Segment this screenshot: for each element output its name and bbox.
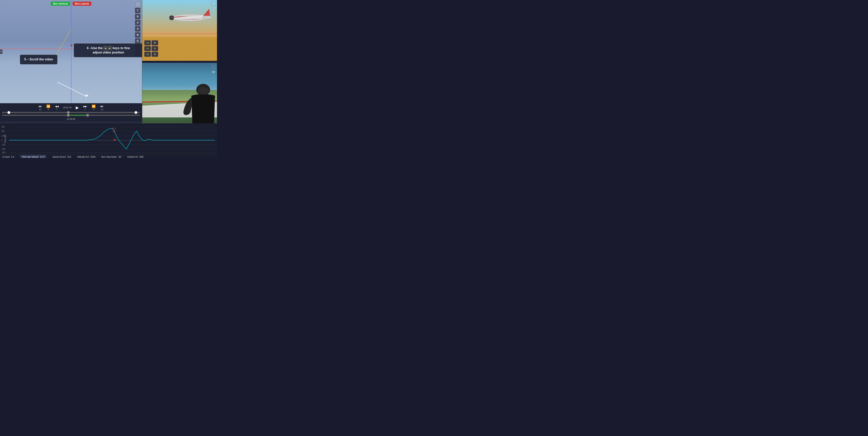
- range-slider-thumb-left[interactable]: [67, 114, 70, 117]
- flight-view: ··· Box Vertical Box Lateral ✈ ⛶ T R X A…: [0, 0, 142, 103]
- neg-x-button[interactable]: X: [152, 40, 158, 46]
- skip-fwd-1-button[interactable]: ▶▶: [83, 105, 87, 108]
- person-silhouette: [180, 84, 215, 123]
- bottom-resize-handle[interactable]: ···: [0, 122, 142, 123]
- altitude-value: 2084: [90, 155, 96, 158]
- y-0-label: 0: [1, 139, 3, 141]
- g-load-value: 0.4: [11, 155, 14, 158]
- b-button[interactable]: B: [135, 32, 141, 38]
- r-button[interactable]: R: [135, 14, 141, 19]
- skip-back-1-label: 1: [56, 108, 57, 110]
- right-panel-separator[interactable]: ···: [142, 61, 217, 63]
- play-button[interactable]: ▶: [75, 105, 79, 110]
- skip-fwd-1-label: 1: [85, 108, 86, 110]
- svg-marker-6: [203, 9, 210, 16]
- box-lateral-label: Box Lateral: [72, 2, 91, 6]
- axis-controls: +X X +Y Y +Z Z: [144, 40, 158, 57]
- resize-dots: ···: [70, 122, 72, 123]
- time-display-group: 15:32.78: [63, 106, 71, 109]
- altitude-label: Altitude [m]: [77, 155, 89, 158]
- right-bottom-panel: ⛶ 🗺: [142, 63, 217, 123]
- pos-x-button[interactable]: +X: [144, 40, 151, 46]
- range-slider-row: [2, 114, 140, 116]
- height-item: Height [m] 969: [127, 155, 144, 158]
- x-button[interactable]: X: [135, 20, 141, 26]
- svg-line-0: [57, 82, 87, 97]
- g-button[interactable]: G: [135, 38, 141, 44]
- skip-fwd-1-group: ▶▶ 1: [83, 105, 87, 110]
- pos-y-button[interactable]: +Y: [144, 46, 151, 51]
- skip-back-5-label: 5: [48, 109, 49, 111]
- expand-bottom-right-button[interactable]: ⛶: [211, 64, 216, 69]
- position-slider-thumb-left[interactable]: [7, 111, 10, 114]
- y-200-label: 200: [1, 130, 5, 132]
- time-display-top: 15:32.78: [63, 106, 71, 109]
- map-button[interactable]: 🗺: [211, 70, 216, 75]
- left-collapse-handle[interactable]: ⠿: [0, 49, 3, 54]
- bottom-chart: Roll-rate 300 200 100 0 -100 -200 -300: [0, 123, 217, 158]
- neg-z-button[interactable]: Z: [152, 52, 158, 57]
- height-value: 969: [140, 155, 144, 158]
- crosshair-vertical: [71, 0, 71, 103]
- y-100-label: 100: [1, 135, 5, 137]
- cockpit-view: ⛶ 🗺: [142, 63, 217, 123]
- skip-back-10-label: 10: [39, 109, 41, 111]
- skip-back-1-group: ◀◀ 1: [55, 105, 59, 110]
- position-slider[interactable]: [2, 112, 140, 113]
- skip-back-5-button[interactable]: ⏪: [46, 105, 51, 108]
- skip-fwd-10-group: ⏭ 10: [100, 105, 104, 111]
- chart-area: Roll-rate 300 200 100 0 -100 -200 -300: [0, 123, 217, 154]
- controls-area: ⏮ 10 ⏪ 5 ◀◀ 1 15:32.78 ▶ ▶▶: [0, 103, 142, 122]
- status-bar: G-load 0.4 Roll-rate [deg/s] 22.9 Speed …: [0, 154, 217, 158]
- roll-rate-highlight: Roll-rate [deg/s] 22.9: [20, 155, 46, 158]
- svg-point-14: [198, 87, 209, 95]
- playback-controls: ⏮ 10 ⏪ 5 ◀◀ 1 15:32.78 ▶ ▶▶: [2, 105, 140, 111]
- left-panel: ··· Box Vertical Box Lateral ✈ ⛶ T R X A…: [0, 0, 142, 123]
- t-button[interactable]: T: [135, 8, 141, 13]
- box-hdg-value: -84: [118, 155, 121, 158]
- expand-button[interactable]: ⛶: [135, 2, 141, 7]
- right-top-panel: +X X +Y Y +Z Z ⛶: [142, 0, 217, 61]
- aircraft-marker: ✈: [70, 43, 73, 47]
- play-group: ▶: [75, 105, 79, 110]
- skip-back-10-group: ⏮ 10: [38, 105, 42, 111]
- tooltip-6-text: 6 –Use the ◄ ► keys to fineadjust video …: [87, 47, 130, 54]
- box-hdg-item: Box Hdg [deg] -84: [101, 155, 121, 158]
- data-marker: 22.9 ✕: [112, 127, 116, 134]
- g-load-item: G-load 0.4: [2, 155, 14, 158]
- pos-z-button[interactable]: +Z: [144, 52, 151, 57]
- box-vertical-label: Box Vertical: [51, 2, 70, 6]
- horizon-line: [142, 33, 217, 34]
- a-button[interactable]: A: [135, 26, 141, 32]
- neg-y-button[interactable]: Y: [152, 46, 158, 51]
- right-top-view: +X X +Y Y +Z Z ⛶: [142, 0, 217, 61]
- box-hdg-label: Box Hdg [deg]: [101, 155, 116, 158]
- data-marker-value: 22.9: [112, 127, 116, 130]
- skip-fwd-5-button[interactable]: ⏩: [91, 105, 96, 108]
- y-neg100-label: -100: [1, 144, 5, 146]
- range-fill: [67, 115, 86, 116]
- expand-top-right-button[interactable]: ⛶: [211, 1, 216, 6]
- tooltip-5: 5 – Scroll the video: [20, 55, 57, 64]
- skip-back-10-button[interactable]: ⏮: [38, 105, 42, 108]
- y-neg300-label: -300: [1, 151, 5, 153]
- position-slider-thumb-center[interactable]: [67, 111, 70, 114]
- speed-item: Speed [kmh] 318: [52, 155, 71, 158]
- y-neg200-label: -200: [1, 148, 5, 150]
- roll-rate-label: Roll-rate [deg/s]: [22, 155, 39, 158]
- skip-back-1-button[interactable]: ◀◀: [55, 105, 59, 108]
- svg-marker-1: [85, 95, 88, 97]
- range-slider-thumb-right[interactable]: [86, 114, 89, 117]
- skip-back-5-group: ⏪ 5: [46, 105, 51, 111]
- tooltip-5-text: 5 – Scroll the video: [24, 58, 53, 61]
- altitude-item: Altitude [m] 2084: [77, 155, 95, 158]
- range-slider[interactable]: [2, 115, 140, 116]
- y-300-label: 300: [1, 126, 5, 128]
- speed-value: 318: [67, 155, 71, 158]
- position-slider-thumb-right[interactable]: [134, 111, 137, 114]
- time-bottom-container: 15:28.95: [2, 117, 140, 121]
- skip-fwd-10-button[interactable]: ⏭: [100, 105, 104, 108]
- roll-rate-value: 22.9: [40, 155, 44, 158]
- time-display-bottom: 15:28.95: [67, 118, 75, 120]
- skip-fwd-10-label: 10: [101, 109, 103, 111]
